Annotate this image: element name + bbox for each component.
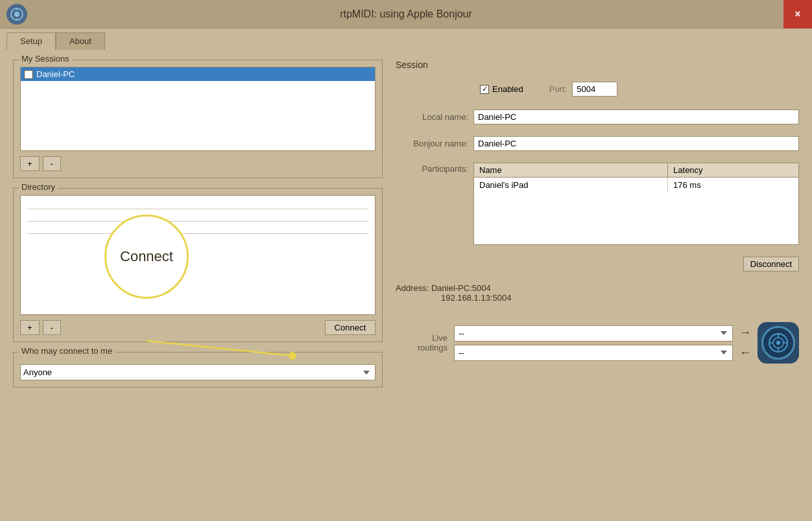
address-line1: Daniel-PC:5004: [431, 283, 491, 293]
connect-tooltip: Connect: [104, 214, 189, 299]
routing-selects: -- --: [454, 325, 733, 361]
right-panel: Session ✓ Enabled Port: Local name: Bon: [396, 60, 799, 511]
tab-setup[interactable]: Setup: [6, 32, 56, 50]
who-select[interactable]: Anyone Only listed Nobody: [20, 364, 376, 380]
app-icon: [6, 4, 27, 25]
participant-name: Daniel's iPad: [474, 178, 668, 193]
port-input[interactable]: [572, 82, 617, 97]
address-line2: 192.168.1.13:5004: [441, 293, 511, 303]
table-row-empty: [474, 192, 798, 244]
svg-point-1: [14, 12, 19, 17]
bonjour-name-input[interactable]: [473, 136, 799, 151]
directory-relative: Connect: [20, 195, 376, 315]
svg-point-8: [776, 341, 780, 345]
enabled-check: ✓ Enabled: [480, 84, 523, 94]
local-name-input[interactable]: [473, 110, 799, 124]
rtpmidi-icon: [758, 322, 799, 364]
session-list[interactable]: ✓ Daniel-PC: [20, 67, 376, 151]
table-row[interactable]: Daniel's iPad 176 ms: [474, 178, 798, 193]
arrow-left: ←: [739, 346, 751, 360]
disconnect-row: Disconnect: [396, 257, 799, 272]
address-section: Address: Daniel-PC:5004 192.168.1.13:500…: [396, 283, 799, 303]
routing2-select[interactable]: --: [454, 345, 733, 361]
left-panel: My Sessions ✓ Daniel-PC + - Directory: [13, 60, 383, 511]
session-section-title: Session: [396, 60, 799, 70]
who-group: Who may connect to me Anyone Only listed…: [13, 352, 383, 388]
enabled-checkbox[interactable]: ✓: [480, 85, 489, 94]
directory-list[interactable]: [20, 195, 376, 315]
enabled-label: Enabled: [492, 84, 523, 94]
enabled-row: ✓ Enabled Port:: [396, 82, 799, 97]
directory-remove-button[interactable]: -: [43, 320, 61, 335]
session-add-button[interactable]: +: [20, 156, 40, 171]
my-sessions-title: My Sessions: [19, 54, 72, 64]
disconnect-button[interactable]: Disconnect: [743, 257, 799, 272]
directory-group: Directory Connect: [13, 188, 383, 342]
directory-btn-row: + - Connect: [20, 320, 376, 335]
port-section: Port:: [549, 82, 617, 97]
directory-add-button[interactable]: +: [20, 320, 40, 335]
participants-table: Name Latency Daniel's iPad 176 ms: [473, 163, 799, 245]
main-window: rtpMIDI: using Apple Bonjour × Setup Abo…: [0, 0, 812, 521]
session-label: Daniel-PC: [36, 69, 75, 79]
session-item[interactable]: ✓ Daniel-PC: [21, 67, 375, 81]
connect-button[interactable]: Connect: [325, 320, 376, 335]
close-button[interactable]: ×: [783, 0, 812, 29]
connect-tooltip-label: Connect: [120, 248, 173, 265]
arrow-right: →: [739, 326, 751, 340]
routing1-select[interactable]: --: [454, 325, 733, 342]
port-label: Port:: [549, 84, 567, 94]
participant-latency: 176 ms: [668, 178, 798, 193]
bonjour-name-label: Bonjour name:: [396, 139, 473, 148]
session-checkbox[interactable]: ✓: [24, 70, 33, 79]
my-sessions-group: My Sessions ✓ Daniel-PC + -: [13, 60, 383, 178]
tab-bar: Setup About: [0, 29, 812, 50]
session-remove-button[interactable]: -: [43, 156, 61, 171]
col-name: Name: [474, 163, 668, 178]
title-bar: rtpMIDI: using Apple Bonjour ×: [0, 0, 812, 29]
local-name-label: Local name:: [396, 112, 473, 122]
participants-label: Participants:: [396, 163, 473, 245]
participants-section: Participants: Name Latency Daniel's iPad: [396, 163, 799, 245]
tab-about[interactable]: About: [56, 32, 105, 50]
address-label: Address:: [396, 283, 431, 293]
col-latency: Latency: [668, 163, 798, 178]
who-title: Who may connect to me: [19, 346, 115, 356]
bonjour-name-row: Bonjour name:: [396, 136, 799, 151]
directory-title: Directory: [19, 182, 58, 192]
routing-label: Live routings: [396, 333, 448, 353]
window-title: rtpMIDI: using Apple Bonjour: [340, 8, 472, 20]
rtpmidi-icon-inner: [761, 326, 795, 360]
local-name-row: Local name:: [396, 110, 799, 124]
main-content: My Sessions ✓ Daniel-PC + - Directory: [0, 50, 812, 521]
session-btn-row: + -: [20, 156, 376, 171]
arrow-buttons: → ←: [739, 326, 751, 360]
routings-section: Live routings -- -- → ←: [396, 322, 799, 364]
